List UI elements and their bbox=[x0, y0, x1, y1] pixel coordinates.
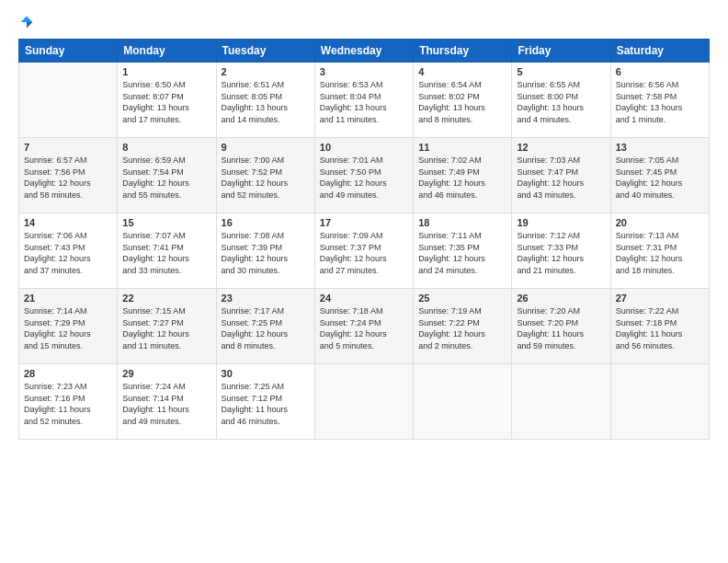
day-number: 6 bbox=[616, 66, 704, 77]
calendar-day-header: Monday bbox=[118, 40, 216, 63]
day-info: Sunrise: 7:22 AM Sunset: 7:18 PM Dayligh… bbox=[616, 305, 704, 351]
day-info: Sunrise: 7:18 AM Sunset: 7:24 PM Dayligh… bbox=[320, 305, 408, 351]
calendar-cell: 5Sunrise: 6:55 AM Sunset: 8:00 PM Daylig… bbox=[512, 63, 610, 138]
day-number: 20 bbox=[616, 217, 704, 228]
day-info: Sunrise: 7:03 AM Sunset: 7:47 PM Dayligh… bbox=[517, 155, 605, 201]
day-info: Sunrise: 7:08 AM Sunset: 7:39 PM Dayligh… bbox=[222, 230, 310, 276]
calendar-cell: 27Sunrise: 7:22 AM Sunset: 7:18 PM Dayli… bbox=[610, 289, 709, 364]
calendar-cell: 4Sunrise: 6:54 AM Sunset: 8:02 PM Daylig… bbox=[414, 63, 512, 138]
day-number: 16 bbox=[222, 217, 310, 228]
day-info: Sunrise: 6:55 AM Sunset: 8:00 PM Dayligh… bbox=[517, 79, 605, 125]
calendar-cell bbox=[19, 63, 118, 138]
calendar-cell: 20Sunrise: 7:13 AM Sunset: 7:31 PM Dayli… bbox=[610, 213, 709, 289]
day-number: 2 bbox=[222, 66, 310, 77]
calendar-cell: 7Sunrise: 6:57 AM Sunset: 7:56 PM Daylig… bbox=[19, 138, 118, 213]
calendar: SundayMondayTuesdayWednesdayThursdayFrid… bbox=[18, 39, 710, 440]
day-number: 17 bbox=[320, 217, 408, 228]
calendar-cell: 29Sunrise: 7:24 AM Sunset: 7:14 PM Dayli… bbox=[118, 364, 216, 440]
day-number: 26 bbox=[517, 293, 605, 304]
calendar-week-row: 7Sunrise: 6:57 AM Sunset: 7:56 PM Daylig… bbox=[19, 138, 710, 213]
day-number: 10 bbox=[320, 142, 408, 153]
day-number: 14 bbox=[24, 217, 112, 228]
day-number: 30 bbox=[222, 368, 310, 379]
day-info: Sunrise: 7:11 AM Sunset: 7:35 PM Dayligh… bbox=[418, 230, 506, 276]
day-info: Sunrise: 6:57 AM Sunset: 7:56 PM Dayligh… bbox=[24, 155, 112, 201]
day-info: Sunrise: 6:54 AM Sunset: 8:02 PM Dayligh… bbox=[418, 79, 506, 125]
svg-marker-1 bbox=[27, 22, 32, 28]
day-number: 23 bbox=[222, 293, 310, 304]
day-number: 25 bbox=[418, 293, 506, 304]
calendar-cell: 6Sunrise: 6:56 AM Sunset: 7:58 PM Daylig… bbox=[610, 63, 709, 138]
day-number: 29 bbox=[122, 368, 210, 379]
calendar-cell: 26Sunrise: 7:20 AM Sunset: 7:20 PM Dayli… bbox=[512, 289, 610, 364]
day-info: Sunrise: 7:02 AM Sunset: 7:49 PM Dayligh… bbox=[418, 155, 506, 201]
calendar-cell: 2Sunrise: 6:51 AM Sunset: 8:05 PM Daylig… bbox=[216, 63, 314, 138]
day-info: Sunrise: 6:51 AM Sunset: 8:05 PM Dayligh… bbox=[222, 79, 310, 125]
day-info: Sunrise: 7:12 AM Sunset: 7:33 PM Dayligh… bbox=[517, 230, 605, 276]
day-info: Sunrise: 7:01 AM Sunset: 7:50 PM Dayligh… bbox=[320, 155, 408, 201]
calendar-cell: 28Sunrise: 7:23 AM Sunset: 7:16 PM Dayli… bbox=[19, 364, 118, 440]
calendar-cell: 8Sunrise: 6:59 AM Sunset: 7:54 PM Daylig… bbox=[118, 138, 216, 213]
calendar-cell: 15Sunrise: 7:07 AM Sunset: 7:41 PM Dayli… bbox=[118, 213, 216, 289]
day-info: Sunrise: 7:25 AM Sunset: 7:12 PM Dayligh… bbox=[222, 381, 310, 427]
calendar-day-header: Thursday bbox=[414, 40, 512, 63]
day-info: Sunrise: 7:24 AM Sunset: 7:14 PM Dayligh… bbox=[122, 381, 210, 427]
calendar-week-row: 21Sunrise: 7:14 AM Sunset: 7:29 PM Dayli… bbox=[19, 289, 710, 364]
calendar-cell: 23Sunrise: 7:17 AM Sunset: 7:25 PM Dayli… bbox=[216, 289, 314, 364]
day-number: 3 bbox=[320, 66, 408, 77]
calendar-day-header: Wednesday bbox=[314, 40, 413, 63]
calendar-cell: 24Sunrise: 7:18 AM Sunset: 7:24 PM Dayli… bbox=[314, 289, 413, 364]
logo-icon bbox=[19, 15, 34, 29]
calendar-cell: 3Sunrise: 6:53 AM Sunset: 8:04 PM Daylig… bbox=[314, 63, 413, 138]
calendar-cell: 16Sunrise: 7:08 AM Sunset: 7:39 PM Dayli… bbox=[216, 213, 314, 289]
calendar-cell: 13Sunrise: 7:05 AM Sunset: 7:45 PM Dayli… bbox=[610, 138, 709, 213]
day-number: 21 bbox=[24, 293, 112, 304]
day-info: Sunrise: 7:05 AM Sunset: 7:45 PM Dayligh… bbox=[616, 155, 704, 201]
calendar-cell: 9Sunrise: 7:00 AM Sunset: 7:52 PM Daylig… bbox=[216, 138, 314, 213]
calendar-header-row: SundayMondayTuesdayWednesdayThursdayFrid… bbox=[19, 40, 710, 63]
day-info: Sunrise: 7:07 AM Sunset: 7:41 PM Dayligh… bbox=[122, 230, 210, 276]
day-number: 13 bbox=[616, 142, 704, 153]
calendar-cell: 12Sunrise: 7:03 AM Sunset: 7:47 PM Dayli… bbox=[512, 138, 610, 213]
calendar-week-row: 28Sunrise: 7:23 AM Sunset: 7:16 PM Dayli… bbox=[19, 364, 710, 440]
day-number: 9 bbox=[222, 142, 310, 153]
calendar-cell: 21Sunrise: 7:14 AM Sunset: 7:29 PM Dayli… bbox=[19, 289, 118, 364]
calendar-cell: 30Sunrise: 7:25 AM Sunset: 7:12 PM Dayli… bbox=[216, 364, 314, 440]
day-number: 19 bbox=[517, 217, 605, 228]
calendar-day-header: Sunday bbox=[19, 40, 118, 63]
calendar-cell: 17Sunrise: 7:09 AM Sunset: 7:37 PM Dayli… bbox=[314, 213, 413, 289]
calendar-cell: 11Sunrise: 7:02 AM Sunset: 7:49 PM Dayli… bbox=[414, 138, 512, 213]
day-info: Sunrise: 7:00 AM Sunset: 7:52 PM Dayligh… bbox=[222, 155, 310, 201]
day-info: Sunrise: 7:13 AM Sunset: 7:31 PM Dayligh… bbox=[616, 230, 704, 276]
day-number: 12 bbox=[517, 142, 605, 153]
day-info: Sunrise: 6:50 AM Sunset: 8:07 PM Dayligh… bbox=[122, 79, 210, 125]
day-info: Sunrise: 7:15 AM Sunset: 7:27 PM Dayligh… bbox=[122, 305, 210, 351]
calendar-cell: 22Sunrise: 7:15 AM Sunset: 7:27 PM Dayli… bbox=[118, 289, 216, 364]
day-info: Sunrise: 7:20 AM Sunset: 7:20 PM Dayligh… bbox=[517, 305, 605, 351]
day-number: 18 bbox=[418, 217, 506, 228]
calendar-cell bbox=[314, 364, 413, 440]
calendar-cell bbox=[610, 364, 709, 440]
day-number: 24 bbox=[320, 293, 408, 304]
day-info: Sunrise: 7:19 AM Sunset: 7:22 PM Dayligh… bbox=[418, 305, 506, 351]
day-number: 22 bbox=[122, 293, 210, 304]
day-info: Sunrise: 6:53 AM Sunset: 8:04 PM Dayligh… bbox=[320, 79, 408, 125]
day-number: 15 bbox=[122, 217, 210, 228]
calendar-cell bbox=[414, 364, 512, 440]
day-number: 8 bbox=[122, 142, 210, 153]
day-info: Sunrise: 7:14 AM Sunset: 7:29 PM Dayligh… bbox=[24, 305, 112, 351]
calendar-day-header: Saturday bbox=[610, 40, 709, 63]
calendar-cell: 1Sunrise: 6:50 AM Sunset: 8:07 PM Daylig… bbox=[118, 63, 216, 138]
day-number: 4 bbox=[418, 66, 506, 77]
day-info: Sunrise: 7:17 AM Sunset: 7:25 PM Dayligh… bbox=[222, 305, 310, 351]
day-number: 1 bbox=[122, 66, 210, 77]
day-number: 7 bbox=[24, 142, 112, 153]
calendar-cell: 14Sunrise: 7:06 AM Sunset: 7:43 PM Dayli… bbox=[19, 213, 118, 289]
day-info: Sunrise: 7:09 AM Sunset: 7:37 PM Dayligh… bbox=[320, 230, 408, 276]
calendar-week-row: 14Sunrise: 7:06 AM Sunset: 7:43 PM Dayli… bbox=[19, 213, 710, 289]
calendar-day-header: Tuesday bbox=[216, 40, 314, 63]
day-info: Sunrise: 7:23 AM Sunset: 7:16 PM Dayligh… bbox=[24, 381, 112, 427]
day-info: Sunrise: 7:06 AM Sunset: 7:43 PM Dayligh… bbox=[24, 230, 112, 276]
calendar-cell: 10Sunrise: 7:01 AM Sunset: 7:50 PM Dayli… bbox=[314, 138, 413, 213]
day-number: 11 bbox=[418, 142, 506, 153]
